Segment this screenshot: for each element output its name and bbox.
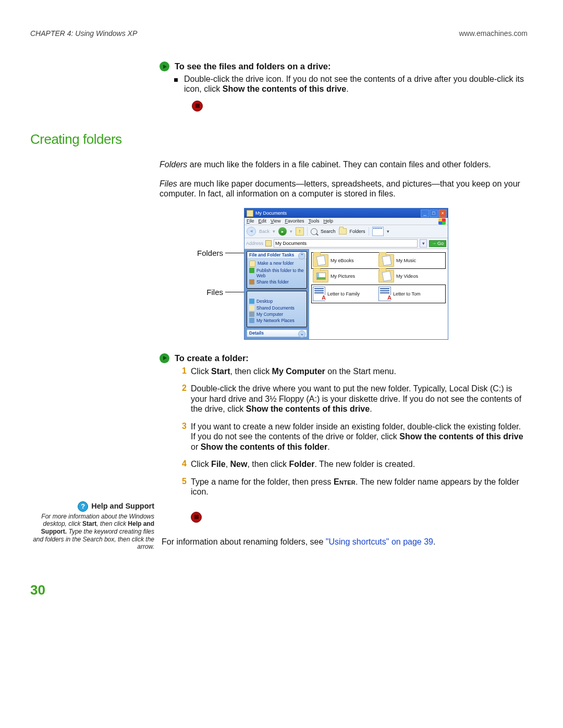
up-button-icon[interactable] xyxy=(296,227,304,236)
play-icon xyxy=(160,353,169,363)
xp-window: My Documents _ □ × File Edit View Favori… xyxy=(244,208,448,339)
search-label[interactable]: Search xyxy=(321,229,336,234)
square-bullet-icon xyxy=(174,78,178,82)
xp-addressbar: Address ▾ Go xyxy=(244,238,448,249)
address-icon xyxy=(265,240,272,246)
stop-icon xyxy=(192,101,203,112)
file-item[interactable]: Letter to Tom xyxy=(378,287,444,301)
folder-item[interactable]: My Pictures xyxy=(313,270,378,282)
window-title: My Documents xyxy=(255,211,287,216)
section-heading: Creating folders xyxy=(30,131,528,147)
callout-files: Files xyxy=(206,288,223,297)
folder-item[interactable]: My eBooks xyxy=(313,254,378,267)
folder-new-icon xyxy=(249,261,255,267)
task-title: To see the files and folders on a drive: xyxy=(175,61,331,71)
task-share[interactable]: Share this folder xyxy=(249,279,304,285)
computer-icon xyxy=(249,312,254,317)
xp-toolbar: Back ▾ ▾ Search Folders ▾ xyxy=(244,225,448,238)
play-icon xyxy=(160,61,169,71)
numbered-steps: 1 Click Start, then click My Computer on… xyxy=(176,366,528,497)
folder-pictures-icon xyxy=(313,270,328,282)
folder-icon xyxy=(378,254,394,267)
step-number: 5 xyxy=(176,477,187,497)
files-highlight-box: Letter to Family Letter to Tom xyxy=(311,285,446,303)
windows-flag-icon xyxy=(438,218,446,225)
info-rename: For information about renaming folders, … xyxy=(162,537,528,547)
address-dropdown-icon[interactable]: ▾ xyxy=(420,239,427,248)
file-folder-tasks-pane: File and Folder Tasks ⌃ Make a new folde… xyxy=(247,251,307,289)
document-icon xyxy=(313,287,325,301)
go-button[interactable]: Go xyxy=(429,240,446,247)
menu-file[interactable]: File xyxy=(247,219,254,224)
share-icon xyxy=(249,279,254,285)
window-icon xyxy=(247,210,253,217)
views-icon[interactable] xyxy=(372,227,384,236)
place-mycomputer[interactable]: My Computer xyxy=(249,312,304,317)
separator-icon xyxy=(307,227,308,236)
help-title: Help and Support xyxy=(91,502,154,511)
file-item[interactable]: Letter to Family xyxy=(313,287,378,301)
document-icon xyxy=(378,287,391,301)
question-icon: ? xyxy=(78,501,88,512)
pane-header[interactable]: File and Folder Tasks ⌃ xyxy=(247,252,307,259)
address-input[interactable] xyxy=(274,239,418,248)
back-label[interactable]: Back xyxy=(259,229,270,234)
step-5: 5 Type a name for the folder, then press… xyxy=(176,477,528,497)
xp-menubar[interactable]: File Edit View Favorites Tools Help xyxy=(244,218,448,225)
search-icon[interactable] xyxy=(311,228,317,235)
paragraph-folders: Folders are much like the folders in a f… xyxy=(160,160,528,170)
globe-icon xyxy=(249,268,254,273)
task-create-folder: To create a folder: xyxy=(160,353,528,363)
step-number: 2 xyxy=(176,384,187,414)
maximize-button[interactable]: □ xyxy=(430,209,438,217)
separator-icon xyxy=(369,227,369,236)
site-url: www.emachines.com xyxy=(459,29,528,38)
folders-highlight-box: My eBooks My Music xyxy=(311,252,446,269)
address-label: Address xyxy=(246,241,263,246)
place-shared[interactable]: Shared Documents xyxy=(249,305,304,311)
menu-view[interactable]: View xyxy=(271,219,280,224)
screenshot-my-documents: Folders Files My Documents _ □ × File Ed… xyxy=(197,208,528,339)
paragraph-files: Files are much like paper documents—lett… xyxy=(160,179,528,199)
details-pane[interactable]: Details ⌄ xyxy=(247,329,307,337)
task-publish[interactable]: Publish this folder to the Web xyxy=(249,268,304,278)
xp-tasks-sidebar: File and Folder Tasks ⌃ Make a new folde… xyxy=(244,249,309,339)
step-number: 4 xyxy=(176,459,187,470)
task-see-files: To see the files and folders on a drive:… xyxy=(160,61,528,112)
help-support-sidebar: ? Help and Support For more information … xyxy=(30,501,154,551)
network-icon xyxy=(249,318,254,323)
menu-edit[interactable]: Edit xyxy=(259,219,267,224)
callout-line-icon xyxy=(225,292,244,292)
desktop-icon xyxy=(249,299,254,304)
place-network[interactable]: My Network Places xyxy=(249,318,304,323)
menu-help[interactable]: Help xyxy=(323,219,333,224)
step-4: 4 Click File, New, then click Folder. Th… xyxy=(176,459,528,470)
step-number: 1 xyxy=(176,366,187,377)
bullet-item: Double-click the drive icon. If you do n… xyxy=(174,75,528,94)
folder-icon xyxy=(378,270,394,282)
page-header: CHAPTER 4: Using Windows XP www.emachine… xyxy=(30,29,528,38)
task-make-folder[interactable]: Make a new folder xyxy=(249,261,304,267)
step-2: 2 Double-click the drive where you want … xyxy=(176,384,528,414)
folders-icon[interactable] xyxy=(339,228,347,235)
callout-line-icon xyxy=(225,253,244,253)
bullet-text: Double-click the drive icon. If you do n… xyxy=(184,75,528,94)
chevron-up-icon: ⌃ xyxy=(298,252,305,260)
place-desktop[interactable]: Desktop xyxy=(249,299,304,304)
back-button-icon[interactable] xyxy=(247,227,256,236)
callout-folders: Folders xyxy=(197,249,223,257)
forward-button-icon[interactable] xyxy=(278,227,287,236)
menu-favorites[interactable]: Favorites xyxy=(285,219,304,224)
page-number: 30 xyxy=(30,582,528,598)
folder-item[interactable]: My Music xyxy=(378,254,444,267)
close-button[interactable]: × xyxy=(438,209,447,217)
menu-tools[interactable]: Tools xyxy=(308,219,319,224)
link-using-shortcuts[interactable]: "Using shortcuts" on page 39 xyxy=(326,537,433,546)
folders-label[interactable]: Folders xyxy=(350,229,365,234)
task-title: To create a folder: xyxy=(175,353,249,363)
chapter-title: CHAPTER 4: Using Windows XP xyxy=(30,29,137,38)
minimize-button[interactable]: _ xyxy=(421,209,429,217)
stop-icon xyxy=(191,512,202,523)
folder-icon xyxy=(249,305,254,311)
folder-item[interactable]: My Videos xyxy=(378,270,444,282)
